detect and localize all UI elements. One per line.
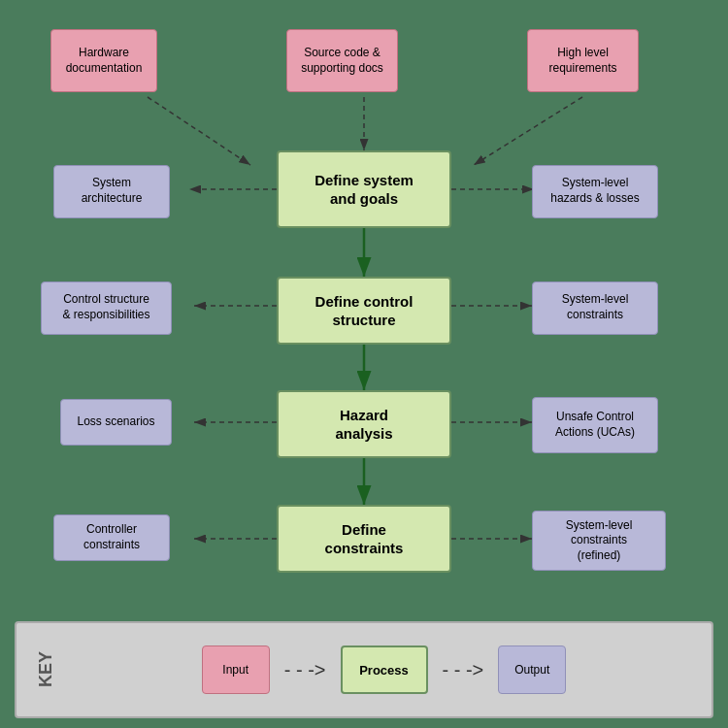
define-constraints-process: Define constraints bbox=[277, 505, 451, 573]
control-struct-output: Control structure & responsibilities bbox=[41, 274, 172, 342]
hardware-doc-card: Hardware documentation bbox=[50, 29, 157, 92]
key-arrow-2: - - -> bbox=[443, 659, 484, 681]
hardware-doc-input: Hardware documentation bbox=[50, 19, 157, 102]
ucas-output: Unsafe Control Actions (UCAs) bbox=[532, 388, 658, 461]
define-system-process: Define system and goals bbox=[277, 150, 451, 228]
key-input-doc: Input bbox=[202, 645, 270, 694]
key-section: KEY Input - - -> Process - - -> Output bbox=[15, 621, 713, 718]
sys-constraints-output: System-level constraints bbox=[532, 274, 658, 342]
sys-constraints-refined-output: System-level constraints (refined) bbox=[532, 503, 666, 579]
svg-line-3 bbox=[148, 97, 250, 165]
diagram-container: Hardware documentation Source code & sup… bbox=[0, 0, 728, 728]
loss-scenarios-card: Loss scenarios bbox=[60, 399, 172, 446]
control-struct-card: Control structure & responsibilities bbox=[41, 281, 172, 335]
system-arch-output: System architecture bbox=[53, 157, 170, 225]
svg-line-5 bbox=[474, 97, 582, 165]
high-level-input: High level requirements bbox=[527, 19, 639, 102]
source-code-card: Source code & supporting docs bbox=[286, 29, 398, 92]
key-arrow-1: - - -> bbox=[284, 659, 326, 681]
controller-constraints-output: Controller constraints bbox=[53, 508, 170, 568]
hazards-losses-output: System-level hazards & losses bbox=[532, 157, 658, 225]
system-arch-card: System architecture bbox=[53, 165, 170, 218]
hazard-analysis-process: Hazard analysis bbox=[277, 390, 451, 458]
sys-constraints-refined-card: System-level constraints (refined) bbox=[532, 511, 666, 571]
hazards-losses-card: System-level hazards & losses bbox=[532, 165, 658, 218]
sys-constraints-card: System-level constraints bbox=[532, 281, 658, 335]
key-content: Input - - -> Process - - -> Output bbox=[76, 645, 692, 694]
key-label: KEY bbox=[36, 651, 56, 687]
ucas-card: Unsafe Control Actions (UCAs) bbox=[532, 397, 658, 453]
source-code-input: Source code & supporting docs bbox=[286, 19, 398, 102]
high-level-card: High level requirements bbox=[527, 29, 639, 92]
controller-constraints-card: Controller constraints bbox=[53, 514, 170, 561]
arrows-svg bbox=[0, 0, 728, 728]
key-process-box: Process bbox=[341, 645, 428, 694]
key-output-doc: Output bbox=[498, 645, 566, 694]
loss-scenarios-output: Loss scenarios bbox=[60, 393, 172, 451]
define-control-process: Define control structure bbox=[277, 277, 451, 345]
